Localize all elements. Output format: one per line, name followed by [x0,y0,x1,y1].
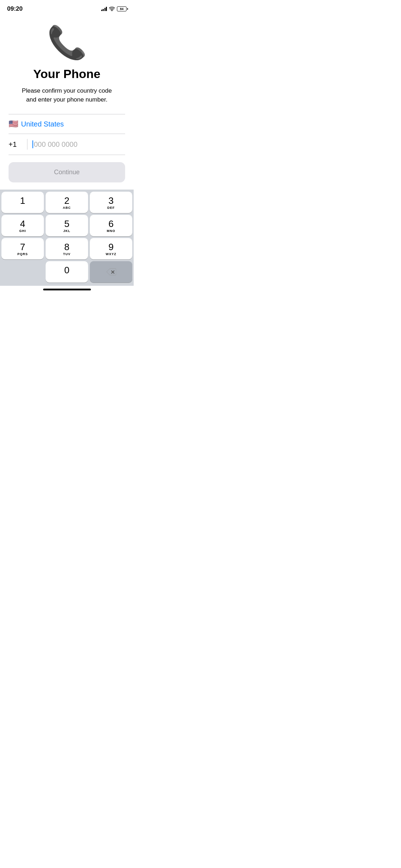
vertical-divider [27,139,27,150]
home-bar [43,289,91,290]
key-delete[interactable] [90,261,132,283]
status-bar: 09:20 84 [0,0,134,16]
phone-placeholder: 000 000 0000 [34,140,77,149]
page-subtitle: Please confirm your country codeand ente… [22,87,112,104]
cursor [32,140,33,148]
main-content: 📞 Your Phone Please confirm your country… [0,16,134,182]
phone-input-area[interactable]: 000 000 0000 [32,140,125,149]
delete-icon [106,268,116,276]
signal-icon [101,7,107,11]
form-section: 🇺🇸 United States +1 000 000 0000 Continu… [9,114,125,182]
key-empty [1,261,44,283]
keypad: 1 2 ABC 3 DEF 4 GHI 5 JKL 6 MNO 7 PQRS [0,190,134,286]
key-0[interactable]: 0 [46,261,88,283]
key-5[interactable]: 5 JKL [46,215,88,236]
wifi-icon [109,7,115,11]
key-8[interactable]: 8 TUV [46,238,88,259]
phone-emoji: 📞 [47,26,87,58]
home-indicator [0,286,134,293]
key-9[interactable]: 9 WXYZ [90,238,132,259]
status-time: 09:20 [7,5,22,12]
key-4[interactable]: 4 GHI [1,215,44,236]
key-6[interactable]: 6 MNO [90,215,132,236]
country-flag: 🇺🇸 [9,119,18,129]
page-title: Your Phone [33,67,100,81]
key-3[interactable]: 3 DEF [90,192,132,213]
key-7[interactable]: 7 PQRS [1,238,44,259]
key-2[interactable]: 2 ABC [46,192,88,213]
phone-input-row: +1 000 000 0000 [9,134,125,155]
status-icons: 84 [101,6,127,11]
keypad-row-2: 4 GHI 5 JKL 6 MNO [1,215,132,236]
keypad-row-3: 7 PQRS 8 TUV 9 WXYZ [1,238,132,259]
country-selector[interactable]: 🇺🇸 United States [9,114,125,134]
continue-button[interactable]: Continue [9,162,125,182]
key-1[interactable]: 1 [1,192,44,213]
keypad-row-1: 1 2 ABC 3 DEF [1,192,132,213]
country-code: +1 [9,140,27,149]
country-name: United States [21,120,64,128]
battery-icon: 84 [117,6,127,11]
keypad-row-4: 0 [1,261,132,283]
